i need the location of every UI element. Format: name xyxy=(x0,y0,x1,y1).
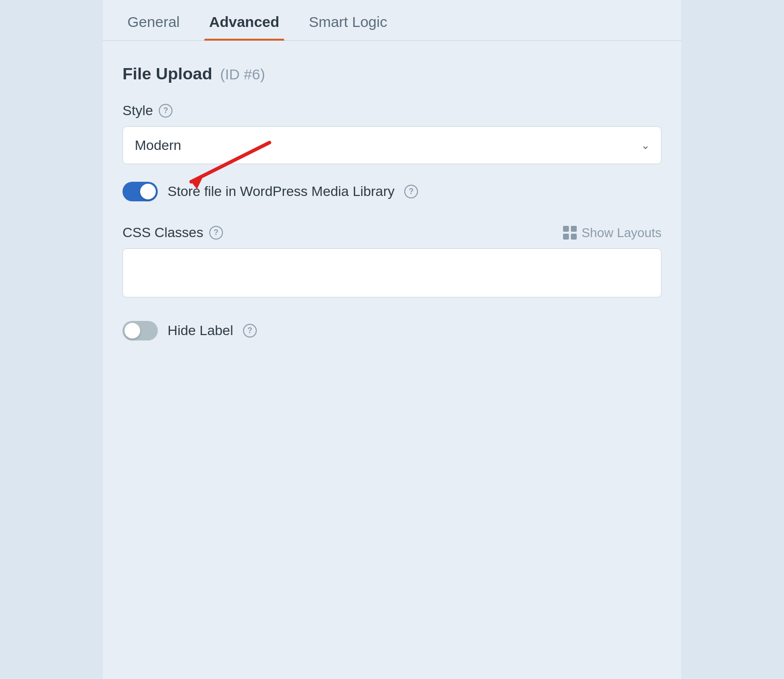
tab-smart-logic[interactable]: Smart Logic xyxy=(304,0,392,40)
store-file-help-icon[interactable]: ? xyxy=(404,185,418,198)
store-file-toggle[interactable] xyxy=(122,182,158,201)
style-label-row: Style ? xyxy=(122,103,662,119)
css-classes-label: CSS Classes xyxy=(122,225,203,241)
layouts-grid-icon xyxy=(563,226,577,240)
show-layouts-button[interactable]: Show Layouts xyxy=(563,225,662,241)
store-file-toggle-row: Store file in WordPress Media Library ? xyxy=(122,182,662,201)
store-file-label: Store file in WordPress Media Library xyxy=(168,184,394,199)
style-label: Style xyxy=(122,103,153,119)
css-classes-help-icon[interactable]: ? xyxy=(209,226,223,240)
style-select-wrapper: Modern Classic Rounded ⌄ xyxy=(122,126,662,164)
toggle-thumb-on xyxy=(140,184,156,199)
css-classes-input[interactable] xyxy=(122,248,662,297)
css-classes-header: CSS Classes ? Show Layouts xyxy=(122,225,662,241)
content-area: File Upload (ID #6) Style ? Modern Class… xyxy=(103,41,681,388)
section-title: File Upload (ID #6) xyxy=(122,64,662,83)
hide-label-label: Hide Label xyxy=(168,323,233,339)
tabs-bar: General Advanced Smart Logic xyxy=(103,0,681,41)
show-layouts-label: Show Layouts xyxy=(582,225,662,241)
toggle-thumb-off xyxy=(124,323,140,339)
style-help-icon[interactable]: ? xyxy=(159,104,172,118)
section-title-id: (ID #6) xyxy=(220,66,265,83)
css-classes-left: CSS Classes ? xyxy=(122,225,223,241)
panel: General Advanced Smart Logic File Upload… xyxy=(103,0,681,679)
hide-label-help-icon[interactable]: ? xyxy=(243,324,257,338)
tab-advanced[interactable]: Advanced xyxy=(204,0,284,40)
section-title-main: File Upload xyxy=(122,64,212,83)
style-select[interactable]: Modern Classic Rounded xyxy=(122,126,662,164)
hide-label-toggle[interactable] xyxy=(122,321,158,340)
tab-general[interactable]: General xyxy=(122,0,185,40)
hide-label-toggle-row: Hide Label ? xyxy=(122,321,662,340)
